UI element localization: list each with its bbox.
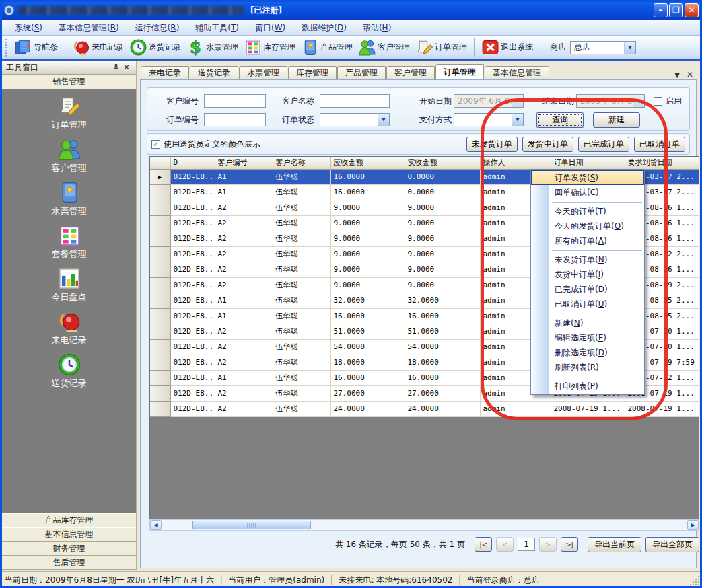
tab-list-dropdown-icon[interactable]: ▼: [674, 71, 680, 79]
tab-水票管理[interactable]: 水票管理: [239, 66, 287, 79]
toolbar-button-order-scroll[interactable]: 订单管理: [413, 37, 470, 58]
row-header-cell[interactable]: [150, 385, 170, 401]
enable-checkbox[interactable]: [654, 97, 662, 106]
row-header-cell[interactable]: [150, 401, 170, 416]
prev-page-button[interactable]: <: [496, 537, 514, 552]
status-button-发货中订单[interactable]: 发货中订单: [522, 137, 573, 152]
column-header[interactable]: 要求到货日期: [625, 157, 699, 169]
context-menu-item-回单确认[interactable]: 回单确认(C): [531, 185, 644, 200]
scroll-left-icon[interactable]: ◀: [150, 520, 162, 530]
tab-基本信息管理[interactable]: 基本信息管理: [485, 66, 549, 79]
toolbar-button-customers[interactable]: 客户管理: [355, 37, 413, 58]
store-combobox[interactable]: 总店 ▼: [570, 41, 636, 54]
row-header-cell[interactable]: [150, 246, 170, 262]
table-row[interactable]: 012D-E8...A2伍华聪24.000024.0000admin2008-0…: [150, 401, 699, 416]
context-menu-item-今天的发货订单[interactable]: 今天的发货订单(O): [531, 219, 644, 233]
sidebar-section-sales[interactable]: 销售管理: [2, 75, 136, 89]
column-header[interactable]: 实收金额: [405, 157, 480, 169]
row-header-cell[interactable]: ▶: [150, 169, 170, 184]
menubar-item[interactable]: 数据维护(D): [293, 20, 355, 36]
driver-color-checkbox[interactable]: ✓: [151, 140, 160, 149]
sidebar-item-product-book[interactable]: 水票管理: [2, 180, 136, 217]
sidebar-item-delivery-clock[interactable]: 送货记录: [2, 353, 136, 390]
toolbar-button-product-book[interactable]: 产品管理: [298, 37, 355, 58]
menubar-item[interactable]: 基本信息管理(B): [50, 20, 127, 36]
tab-来电记录[interactable]: 来电记录: [141, 66, 189, 79]
chevron-down-icon[interactable]: ▼: [624, 42, 635, 54]
row-header-cell[interactable]: [150, 308, 170, 324]
row-header-cell[interactable]: [150, 231, 170, 246]
column-header[interactable]: 应收金额: [330, 157, 405, 169]
scrollbar-thumb[interactable]: [192, 521, 311, 529]
sidebar-item-inventory-grid[interactable]: 套餐管理: [2, 223, 136, 260]
sidebar-section-bar[interactable]: 基本信息管理: [2, 527, 136, 542]
row-header-cell[interactable]: [150, 262, 170, 277]
row-header-cell[interactable]: [150, 324, 170, 339]
chevron-down-icon[interactable]: ▼: [378, 114, 389, 126]
close-button[interactable]: ✕: [685, 3, 699, 17]
sidebar-section-bar[interactable]: 售后管理: [2, 556, 136, 570]
row-header-cell[interactable]: [150, 200, 170, 215]
maximize-button[interactable]: ❐: [669, 3, 683, 17]
row-header-cell[interactable]: [150, 339, 170, 355]
context-menu-item-编辑选定项[interactable]: 编辑选定项(E): [531, 330, 644, 345]
context-menu-item-打印列表[interactable]: 打印列表(P): [531, 379, 644, 394]
row-header-cell[interactable]: [150, 184, 170, 200]
sidebar-item-call-bell[interactable]: 来电记录: [2, 309, 136, 346]
context-menu-item-已完成订单[interactable]: 已完成订单(D): [531, 282, 644, 297]
toolbar-button-dollar[interactable]: $水票管理: [184, 37, 241, 58]
row-header-cell[interactable]: [150, 355, 170, 370]
sidebar-item-order-scroll[interactable]: 订单管理: [2, 94, 136, 131]
tab-订单管理[interactable]: 订单管理: [435, 64, 484, 79]
sidebar-item-customers[interactable]: 客户管理: [2, 137, 136, 174]
chevron-down-icon[interactable]: ▼: [512, 114, 523, 126]
row-header-cell[interactable]: [150, 215, 170, 231]
last-page-button[interactable]: >|: [561, 537, 578, 552]
query-button[interactable]: 查询: [536, 112, 584, 128]
next-page-button[interactable]: >: [539, 537, 557, 552]
menubar-item[interactable]: 辅助工具(T): [187, 20, 247, 36]
export-current-page-button[interactable]: 导出当前页: [588, 537, 641, 552]
tab-库存管理[interactable]: 库存管理: [288, 66, 337, 79]
export-all-pages-button[interactable]: 导出全部页: [645, 537, 699, 552]
end-date-picker[interactable]: 2009年 6月 8日 ▼: [576, 94, 645, 108]
column-header[interactable]: 操作人: [480, 157, 551, 169]
status-button-已取消订单[interactable]: 已取消订单: [634, 137, 685, 152]
column-header[interactable]: D: [170, 157, 215, 169]
first-page-button[interactable]: |<: [475, 537, 492, 552]
page-number-input[interactable]: 1: [518, 538, 535, 551]
sidebar-section-bar[interactable]: 财务管理: [2, 542, 136, 556]
context-menu-item-新建[interactable]: 新建(N): [531, 316, 644, 330]
status-button-未发货订单[interactable]: 未发货订单: [466, 137, 518, 152]
toolbar-button-call-bell[interactable]: 来电记录: [69, 37, 127, 58]
customer-no-input[interactable]: [204, 94, 266, 108]
context-menu-item-删除选定项[interactable]: 删除选定项(D): [531, 345, 644, 360]
column-header[interactable]: 订单日期: [551, 157, 625, 169]
chevron-down-icon[interactable]: ▼: [633, 95, 644, 107]
toolbar-button-delivery-clock[interactable]: 送货记录: [127, 37, 184, 58]
start-date-picker[interactable]: 2009年 6月 8日 ▼: [454, 94, 524, 108]
order-no-input[interactable]: [204, 113, 266, 126]
sidebar-section-bar[interactable]: 产品库存管理: [2, 513, 136, 527]
menubar-item[interactable]: 窗口(W): [247, 20, 293, 36]
tab-送货记录[interactable]: 送货记录: [190, 66, 238, 79]
toolbar-button-navigator-book[interactable]: 导航条: [11, 37, 61, 58]
context-menu-item-未发货订单[interactable]: 未发货订单(N): [531, 252, 644, 267]
context-menu-item-订单发货[interactable]: 订单发货(S): [531, 170, 644, 185]
status-button-已完成订单[interactable]: 已完成订单: [578, 137, 629, 152]
context-menu-item-刷新列表[interactable]: 刷新列表(R): [531, 360, 644, 375]
tab-close-icon[interactable]: ✕: [687, 70, 693, 79]
customer-name-input[interactable]: [320, 94, 390, 108]
sidebar-item-chart[interactable]: 今日盘点: [2, 266, 136, 303]
toolbar-button-inventory-grid[interactable]: 库存管理: [241, 37, 298, 58]
close-icon[interactable]: ✕: [121, 62, 132, 73]
column-header[interactable]: 客户编号: [215, 157, 273, 169]
menubar-item[interactable]: 帮助(H): [355, 20, 399, 36]
minimize-button[interactable]: –: [654, 3, 668, 17]
row-header-cell[interactable]: [150, 293, 170, 308]
row-header-cell[interactable]: [150, 370, 170, 385]
context-menu-item-所有的订单[interactable]: 所有的订单(A): [531, 233, 644, 248]
row-header-cell[interactable]: [150, 277, 170, 293]
column-header[interactable]: 客户名称: [273, 157, 330, 169]
pin-icon[interactable]: [110, 62, 121, 73]
